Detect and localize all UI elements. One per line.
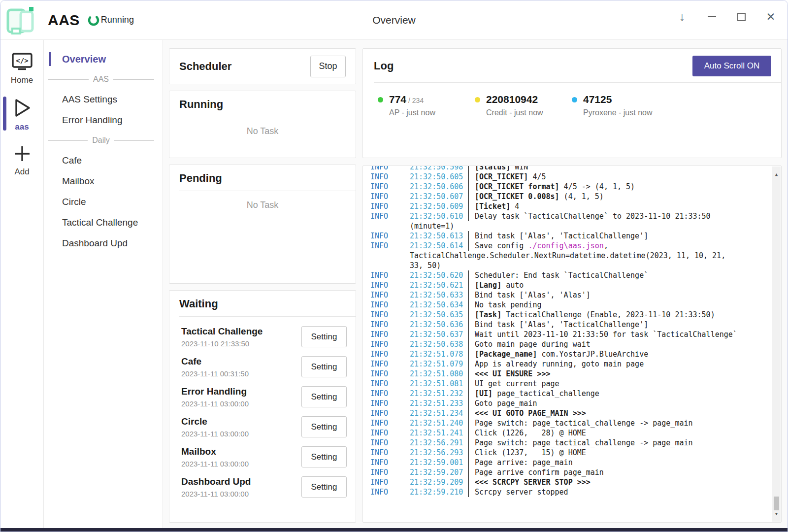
log-line: INFO 21:32:51.233 Goto page_main [370, 399, 766, 408]
sidebar-item-label: Error Handling [62, 115, 123, 126]
divider-line [113, 79, 154, 80]
log-line: INFO 21:32:51.232 [UI] page_tactical_cha… [370, 389, 766, 399]
log-message: [OCR_TICKET] 4/5 [468, 172, 766, 182]
stat-body: 47125 Pyroxene - just now [583, 94, 653, 117]
log-timestamp: 21:32:51.078 [410, 349, 468, 359]
minimize-icon[interactable] [706, 11, 718, 23]
stat-dot-icon [572, 97, 577, 102]
log-level: INFO [370, 211, 410, 221]
sidebar-item-overview[interactable]: Overview [44, 49, 163, 69]
scroll-down-icon[interactable]: ▼ [775, 509, 778, 519]
log-timestamp: 21:32:50.621 [410, 280, 468, 290]
log-line: INFO 21:32:50.633 Bind task ['Alas', 'Al… [370, 290, 766, 300]
sidebar-item-dashboard-upd[interactable]: Dashboard Upd [44, 233, 163, 254]
stat-label: Credit - just now [486, 108, 543, 117]
log-timestamp: 21:32:50.620 [410, 270, 468, 280]
log-message: [OCR_TICKET format] 4/5 -> (4, 1, 5) [468, 182, 766, 192]
task-setting-button[interactable]: Setting [301, 446, 347, 467]
sidebar-item-cafe[interactable]: Cafe [44, 150, 163, 171]
log-line: INFO 21:32:50.614 Save config ./config\a… [370, 241, 766, 251]
task-setting-button[interactable]: Setting [301, 326, 347, 347]
waiting-task-row-mailbox: Mailbox 2023-11-11 03:00:00 Setting [181, 446, 347, 468]
log-line: INFO 21:32:51.234 <<< UI GOTO PAGE_MAIN … [370, 408, 766, 418]
scroll-up-icon[interactable]: ▲ [775, 169, 778, 179]
log-message: Save config ./config\aas.json, [468, 241, 766, 251]
log-timestamp: 21:32:56.291 [410, 438, 468, 448]
app-window: AAS Running Overview ↓ ✕ </> Home [0, 0, 788, 532]
log-line: INFO 21:32:51.081 UI get current page [370, 379, 766, 389]
log-column: Log Auto Scroll ON 774/ 234 AP - just no… [362, 48, 782, 523]
log-timestamp: 21:32:59.209 [410, 477, 468, 487]
log-message: <<< UI GOTO PAGE_MAIN >>> [468, 408, 766, 418]
log-level: INFO [370, 172, 410, 182]
log-message: Page arrive: page_main [468, 458, 766, 467]
rail-item-add[interactable]: Add [0, 138, 43, 183]
sidebar-item-aas-settings[interactable]: AAS Settings [44, 89, 163, 110]
task-setting-button[interactable]: Setting [301, 356, 347, 377]
task-setting-button[interactable]: Setting [301, 476, 347, 498]
rail-item-home[interactable]: </> Home [0, 47, 43, 92]
log-message: Click (1226, 28) @ HOME [468, 428, 766, 438]
sidebar-item-label: Cafe [62, 155, 82, 166]
sidebar-item-tactical-challenge[interactable]: Tactical Challenge [44, 212, 163, 233]
log-level: INFO [370, 330, 410, 339]
rail-item-aas[interactable]: aas [0, 92, 43, 138]
log-viewer[interactable]: INFO 21:32:50.598 [Status] WIN INFO 21:3… [362, 166, 782, 523]
log-message: Wait until 2023-11-10 21:33:50 for task … [468, 330, 766, 339]
log-scrollbar[interactable]: ▲ ▼ [772, 166, 781, 522]
waiting-task-info: Circle 2023-11-11 03:00:00 [181, 416, 249, 438]
log-message: App is already running, goto main page [468, 359, 766, 369]
app-body: </> Home aas Add Overview [0, 40, 788, 529]
log-level: INFO [370, 418, 410, 428]
sidebar-item-circle[interactable]: Circle [44, 192, 163, 212]
maximize-icon[interactable] [735, 11, 747, 23]
log-line-continuation: TacticalChallenge.Scheduler.NextRun=date… [370, 251, 766, 261]
log-message: Bind task ['Alas', 'Alas'] [468, 290, 766, 300]
waiting-task-name: Error Handling [181, 386, 249, 397]
log-line: INFO 21:32:50.634 No task pending [370, 300, 766, 310]
task-setting-button[interactable]: Setting [301, 416, 347, 437]
log-message: [Task] TacticalChallenge (Enable, 2023-1… [468, 310, 766, 320]
auto-scroll-button[interactable]: Auto Scroll ON [692, 56, 771, 76]
log-scrollbar-thumb[interactable] [774, 497, 779, 510]
log-level: INFO [370, 359, 410, 369]
log-timestamp: 21:32:51.241 [410, 428, 468, 438]
log-timestamp: 21:32:50.605 [410, 172, 468, 182]
waiting-task-name: Cafe [181, 356, 249, 367]
log-message: (minute=1) [410, 221, 454, 231]
log-message: Bind task ['Alas', 'TacticalChallenge'] [468, 320, 766, 330]
stat-suffix: / 234 [408, 97, 424, 104]
log-line: INFO 21:32:50.607 [OCR_TICKET 0.008s] (4… [370, 192, 766, 201]
sidebar-item-label: AAS Settings [62, 94, 117, 105]
pending-empty-text: No Task [169, 200, 356, 210]
log-level: INFO [370, 270, 410, 280]
log-timestamp: 21:32:51.081 [410, 379, 468, 389]
stat-dot-icon [378, 97, 383, 102]
log-timestamp: 21:32:51.080 [410, 369, 468, 379]
log-timestamp: 21:32:59.001 [410, 458, 468, 467]
scheduler-title: Scheduler [179, 60, 231, 73]
waiting-task-list: Tactical Challenge 2023-11-10 21:33:50 S… [169, 317, 356, 498]
close-icon[interactable]: ✕ [765, 11, 777, 23]
stat-value: 774 [389, 94, 406, 105]
log-line: INFO 21:32:50.613 Bind task ['Alas', 'Ta… [370, 231, 766, 241]
resource-stat: 774/ 234 AP - just now [378, 94, 475, 117]
log-level: INFO [370, 408, 410, 418]
waiting-task-info: Mailbox 2023-11-11 03:00:00 [181, 446, 249, 468]
sidebar-item-label: Tactical Challenge [62, 217, 138, 228]
log-level: INFO [370, 369, 410, 379]
stop-button[interactable]: Stop [310, 56, 346, 77]
log-timestamp: 21:32:50.613 [410, 231, 468, 241]
log-line: INFO 21:32:50.635 [Task] TacticalChallen… [370, 310, 766, 320]
waiting-task-name: Circle [181, 416, 249, 427]
waiting-task-info: Dashboard Upd 2023-11-11 03:00:00 [181, 476, 251, 498]
update-download-icon[interactable]: ↓ [676, 11, 688, 23]
log-timestamp: 21:32:51.233 [410, 399, 468, 408]
log-line: INFO 21:32:50.610 Delay task `TacticalCh… [370, 211, 766, 221]
divider [179, 117, 356, 117]
sidebar-item-error-handling[interactable]: Error Handling [44, 110, 163, 131]
sidebar-item-mailbox[interactable]: Mailbox [44, 171, 163, 192]
log-message: [Package_name] com.YostarJP.BlueArchive [468, 349, 766, 359]
task-setting-button[interactable]: Setting [301, 386, 347, 407]
log-message: Click (1237, 15) @ HOME [468, 448, 766, 458]
